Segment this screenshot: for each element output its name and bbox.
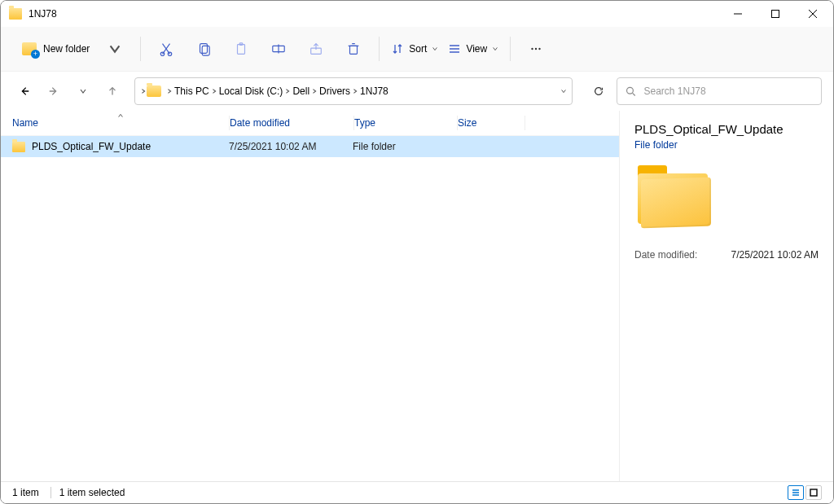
- chevron-right-icon: [284, 85, 291, 97]
- separator-icon: [140, 37, 141, 61]
- sort-button[interactable]: Sort: [386, 37, 443, 60]
- details-pane: PLDS_Optical_FW_Update File folder Date …: [620, 111, 833, 481]
- copy-button[interactable]: [186, 34, 222, 64]
- chevron-right-icon: [211, 85, 217, 97]
- folder-thumbnail-icon: [638, 165, 711, 224]
- svg-point-5: [169, 52, 173, 56]
- view-toggle-group: [788, 485, 822, 500]
- row-size: [455, 145, 522, 148]
- column-headers: Name Date modified Type Size: [1, 111, 619, 136]
- crumb-current[interactable]: 1NJ78: [358, 84, 390, 99]
- table-row[interactable]: PLDS_Optical_FW_Update 7/25/2021 10:02 A…: [1, 136, 619, 157]
- status-item-count: 1 item: [12, 487, 49, 498]
- share-button[interactable]: [298, 34, 334, 64]
- svg-point-20: [535, 48, 537, 50]
- svg-rect-7: [203, 46, 210, 55]
- drive-folder-icon: [147, 85, 161, 97]
- separator-icon: [510, 37, 511, 61]
- header-size[interactable]: Size: [458, 116, 525, 130]
- toolbar: New folder Sort View: [1, 27, 833, 72]
- status-selection: 1 item selected: [59, 487, 135, 498]
- crumb-this-pc[interactable]: This PC: [173, 84, 211, 99]
- prop-value: 7/25/2021 10:02 AM: [731, 249, 819, 261]
- maximize-button[interactable]: [757, 1, 794, 27]
- svg-point-22: [627, 87, 634, 94]
- breadcrumb[interactable]: This PC Local Disk (C:) Dell Drivers 1NJ…: [134, 77, 573, 105]
- window-folder-icon: [9, 8, 22, 20]
- titlebar: 1NJ78: [1, 1, 833, 27]
- chevron-right-icon: [352, 85, 358, 97]
- new-folder-label: New folder: [43, 43, 90, 55]
- back-button[interactable]: [12, 79, 37, 103]
- svg-rect-27: [810, 489, 817, 496]
- header-date[interactable]: Date modified: [230, 116, 354, 130]
- minimize-button[interactable]: [719, 1, 757, 27]
- svg-line-23: [633, 93, 635, 95]
- sort-ascending-icon: [117, 111, 124, 121]
- new-folder-icon: [22, 42, 37, 55]
- row-name-cell: PLDS_Optical_FW_Update: [12, 139, 229, 154]
- window-title: 1NJ78: [29, 8, 57, 20]
- file-rows: PLDS_Optical_FW_Update 7/25/2021 10:02 A…: [1, 136, 619, 157]
- chevron-right-icon: [140, 85, 147, 97]
- window-controls: [719, 1, 832, 27]
- prop-key: Date modified:: [634, 249, 697, 261]
- folder-icon: [12, 142, 25, 152]
- details-property: Date modified: 7/25/2021 10:02 AM: [634, 247, 819, 263]
- path-actions: [560, 88, 567, 94]
- sort-label: Sort: [409, 43, 427, 55]
- chevron-right-icon: [166, 85, 173, 97]
- svg-point-21: [539, 48, 541, 50]
- view-label: View: [466, 43, 487, 55]
- search-icon: [626, 85, 636, 97]
- row-name: PLDS_Optical_FW_Update: [32, 141, 151, 152]
- header-type[interactable]: Type: [354, 116, 458, 130]
- header-name[interactable]: Name: [12, 116, 230, 130]
- rename-button[interactable]: [261, 34, 296, 64]
- chevron-right-icon: [311, 85, 318, 97]
- new-folder-dropdown[interactable]: [97, 34, 133, 64]
- more-button[interactable]: [518, 34, 554, 64]
- row-type: File folder: [353, 139, 455, 154]
- view-button[interactable]: View: [443, 37, 503, 60]
- search-box[interactable]: [617, 77, 822, 105]
- svg-point-4: [161, 52, 165, 56]
- refresh-button[interactable]: [586, 78, 612, 104]
- forward-button[interactable]: [42, 79, 66, 103]
- close-button[interactable]: [794, 1, 832, 27]
- cut-button[interactable]: [148, 34, 184, 64]
- crumb-drivers[interactable]: Drivers: [318, 84, 352, 99]
- paste-button[interactable]: [223, 34, 259, 64]
- status-bar: 1 item 1 item selected: [1, 481, 833, 503]
- details-view-button[interactable]: [788, 485, 804, 500]
- crumb-local-disk[interactable]: Local Disk (C:): [217, 84, 285, 99]
- delete-button[interactable]: [336, 34, 371, 64]
- recent-locations-button[interactable]: [71, 79, 95, 103]
- file-list-pane: Name Date modified Type Size PLDS_Optica…: [1, 111, 620, 481]
- chevron-down-icon[interactable]: [560, 88, 567, 94]
- svg-rect-1: [772, 11, 779, 18]
- crumb-dell[interactable]: Dell: [291, 84, 311, 99]
- svg-point-19: [532, 48, 533, 50]
- svg-rect-13: [350, 46, 358, 54]
- large-icons-view-button[interactable]: [805, 485, 822, 500]
- up-button[interactable]: [100, 79, 125, 103]
- details-type[interactable]: File folder: [634, 139, 819, 151]
- content-area: Name Date modified Type Size PLDS_Optica…: [1, 111, 833, 481]
- address-bar: This PC Local Disk (C:) Dell Drivers 1NJ…: [1, 72, 833, 111]
- svg-rect-8: [238, 45, 245, 55]
- new-folder-button[interactable]: New folder: [15, 37, 96, 60]
- separator-icon: [50, 487, 51, 498]
- details-title: PLDS_Optical_FW_Update: [634, 122, 819, 136]
- separator-icon: [379, 37, 380, 61]
- row-date: 7/25/2021 10:02 AM: [229, 139, 353, 154]
- search-input[interactable]: [643, 85, 813, 98]
- svg-rect-6: [200, 44, 208, 54]
